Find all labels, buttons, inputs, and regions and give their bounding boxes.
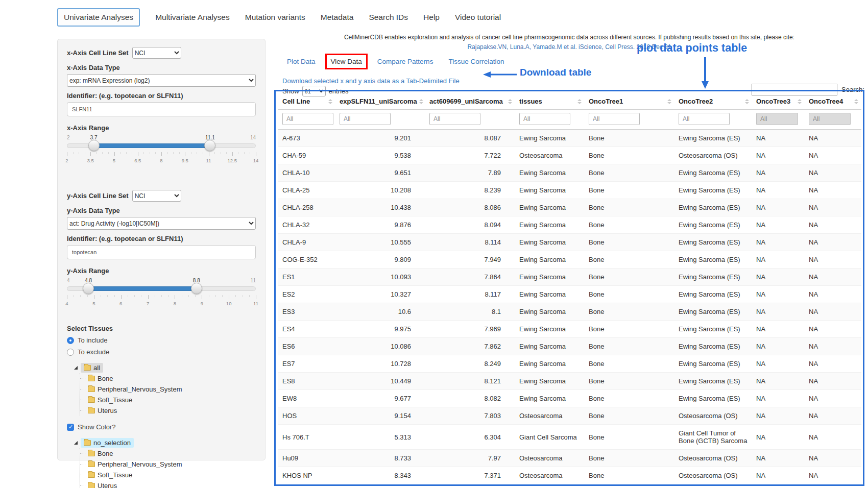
sort-icon[interactable] [508, 99, 512, 104]
folder-icon [88, 483, 95, 488]
slider-handle-to[interactable] [204, 140, 215, 151]
table-row[interactable]: CHLA-109.6517.89Ewing SarcomaBoneEwing S… [278, 164, 861, 182]
table-cell: Ewing Sarcoma [515, 355, 585, 373]
tree-node-soft_tissue[interactable]: Soft_Tissue [84, 470, 256, 480]
y-cell-line-set-select[interactable]: NCI [132, 190, 181, 202]
table-row[interactable]: ES710.7288.249Ewing SarcomaBoneEwing Sar… [278, 355, 861, 373]
column-filter-input[interactable] [809, 113, 851, 125]
column-header-2[interactable]: act609699_uniSarcoma [425, 93, 515, 110]
nav-tab-univariate-analyses[interactable]: Univariate Analyses [57, 8, 140, 27]
column-header-5[interactable]: OncoTree2 [674, 93, 752, 110]
table-row[interactable]: Hs 706.T5.3136.304Giant Cell SarcomaBone… [278, 425, 861, 450]
table-row[interactable]: ES210.3278.117Ewing SarcomaBoneEwing Sar… [278, 286, 861, 303]
table-cell: ES3 [278, 303, 335, 321]
column-filter-input[interactable] [340, 113, 391, 125]
table-row[interactable]: ES49.9757.969Ewing SarcomaBoneEwing Sarc… [278, 321, 861, 338]
column-header-1[interactable]: expSLFN11_uniSarcoma [335, 93, 425, 110]
table-row[interactable]: A-6739.2018.087Ewing SarcomaBoneEwing Sa… [278, 130, 861, 147]
sort-icon[interactable] [854, 99, 858, 104]
column-header-4[interactable]: OncoTree1 [585, 93, 674, 110]
data-table: Cell LineexpSLFN11_uniSarcomaact609699_u… [278, 93, 861, 484]
tree-node-all[interactable]: all [81, 363, 103, 373]
tree-node-label: Peripheral_Nervous_System [98, 460, 182, 468]
nav-tab-search-ids[interactable]: Search IDs [369, 13, 408, 22]
checkbox-icon[interactable] [67, 424, 74, 431]
tree-node-bone[interactable]: Bone [84, 448, 256, 459]
tab-plot-data[interactable]: Plot Data [287, 58, 316, 65]
table-row[interactable]: ES610.0867.862Ewing SarcomaBoneEwing Sar… [278, 338, 861, 355]
tree-node-peripheral_nervous_system[interactable]: Peripheral_Nervous_System [84, 459, 256, 470]
y-data-type-select[interactable]: act: Drug Activity (-log10[IC50M]) [67, 217, 256, 230]
tab-view-data[interactable]: View Data [331, 58, 362, 65]
column-header-6[interactable]: OncoTree3 [752, 93, 805, 110]
column-header-label: Cell Line [282, 97, 310, 105]
nav-tab-multivariate-analyses[interactable]: Multivariate Analyses [155, 13, 230, 22]
table-row[interactable]: CHLA-329.8768.094Ewing SarcomaBoneEwing … [278, 216, 861, 234]
tissue-radio-include[interactable]: To include [67, 336, 256, 344]
sort-icon[interactable] [745, 99, 749, 104]
expand-toggle-icon[interactable] [74, 441, 78, 445]
slider-handle-to[interactable] [191, 283, 202, 294]
expand-toggle-icon[interactable] [74, 366, 78, 370]
table-row[interactable]: CHLA-910.5558.114Ewing SarcomaBoneEwing … [278, 234, 861, 251]
y-identifier-input[interactable] [67, 245, 256, 259]
x-cell-line-set-select[interactable]: NCI [132, 47, 181, 59]
tab-tissue-correlation[interactable]: Tissue Correlation [448, 58, 504, 65]
table-cell: CHLA-9 [278, 234, 335, 251]
table-cell: COG-E-352 [278, 251, 335, 269]
table-row[interactable]: EW89.6778.082Ewing SarcomaBoneEwing Sarc… [278, 390, 861, 407]
citation-link[interactable]: Rajapakse.VN, Luna.A, Yamade.M et al. iS… [274, 43, 864, 51]
slider-selected-bar[interactable] [88, 286, 197, 291]
show-color-checkbox-row[interactable]: Show Color? [67, 423, 256, 431]
column-filter-input[interactable] [756, 113, 798, 125]
table-row[interactable]: CHLA-25810.4388.086Ewing SarcomaBoneEwin… [278, 199, 861, 216]
table-row[interactable]: Hu098.7337.97OsteosarcomaBoneOsteosarcom… [278, 450, 861, 467]
table-row[interactable]: ES110.0937.864Ewing SarcomaBoneEwing Sar… [278, 269, 861, 286]
radio-icon[interactable] [67, 349, 74, 356]
table-cell: NA [752, 467, 805, 484]
tree-node-soft_tissue[interactable]: Soft_Tissue [84, 395, 256, 405]
table-row[interactable]: KHOS NP8.3437.371OsteosarcomaBoneOsteosa… [278, 467, 861, 484]
tissue-radio-exclude[interactable]: To exclude [67, 348, 256, 356]
tab-compare-patterns[interactable]: Compare Patterns [377, 58, 433, 65]
table-row[interactable]: ES810.4498.121Ewing SarcomaBoneEwing Sar… [278, 373, 861, 390]
nav-tab-help[interactable]: Help [423, 13, 440, 22]
table-row[interactable]: CHLA-2510.2088.239Ewing SarcomaBoneEwing… [278, 182, 861, 199]
column-header-0[interactable]: Cell Line [278, 93, 335, 110]
slider-selected-bar[interactable] [94, 143, 210, 148]
table-cell: Ewing Sarcoma [515, 373, 585, 390]
tree-node-bone[interactable]: Bone [84, 373, 256, 384]
table-row[interactable]: HOS9.1547.803OsteosarcomaBoneOsteosarcom… [278, 407, 861, 425]
slider-handle-from[interactable] [88, 140, 100, 151]
sort-icon[interactable] [419, 99, 423, 104]
slider-tick [67, 152, 67, 156]
sort-icon[interactable] [667, 99, 671, 104]
column-header-3[interactable]: tissues [515, 93, 585, 110]
column-filter-input[interactable] [429, 113, 480, 125]
sort-icon[interactable] [328, 99, 332, 104]
column-filter-input[interactable] [519, 113, 570, 125]
nav-tab-metadata[interactable]: Metadata [321, 13, 354, 22]
table-row[interactable]: ES310.68.1Ewing SarcomaBoneEwing Sarcoma… [278, 303, 861, 321]
radio-icon[interactable] [67, 337, 74, 344]
tree-node-no-selection[interactable]: no_selection [81, 438, 134, 448]
column-filter-input[interactable] [282, 113, 333, 125]
table-cell: 9.677 [335, 390, 425, 407]
tree-node-uterus[interactable]: Uterus [84, 480, 256, 488]
column-filter-input[interactable] [679, 113, 730, 125]
nav-tab-mutation-variants[interactable]: Mutation variants [245, 13, 305, 22]
table-row[interactable]: CHA-599.5387.722OsteosarcomaBoneOsteosar… [278, 147, 861, 164]
tree-node-uterus[interactable]: Uterus [84, 405, 256, 416]
sort-icon[interactable] [798, 99, 802, 104]
x-identifier-input[interactable] [67, 102, 256, 116]
table-cell: Bone [585, 355, 674, 373]
column-header-7[interactable]: OncoTree4 [805, 93, 861, 110]
slider-handle-from[interactable] [83, 283, 94, 294]
tree-node-peripheral_nervous_system[interactable]: Peripheral_Nervous_System [84, 384, 256, 395]
column-filter-input[interactable] [589, 113, 640, 125]
x-data-type-select[interactable]: exp: mRNA Expression (log2) [67, 74, 256, 87]
sort-icon[interactable] [577, 99, 582, 104]
table-row[interactable]: COG-E-3529.8097.949Ewing SarcomaBoneEwin… [278, 251, 861, 269]
download-tab-delimited-link[interactable]: Download selected x and y axis data as a… [282, 77, 460, 85]
nav-tab-video-tutorial[interactable]: Video tutorial [455, 13, 501, 22]
